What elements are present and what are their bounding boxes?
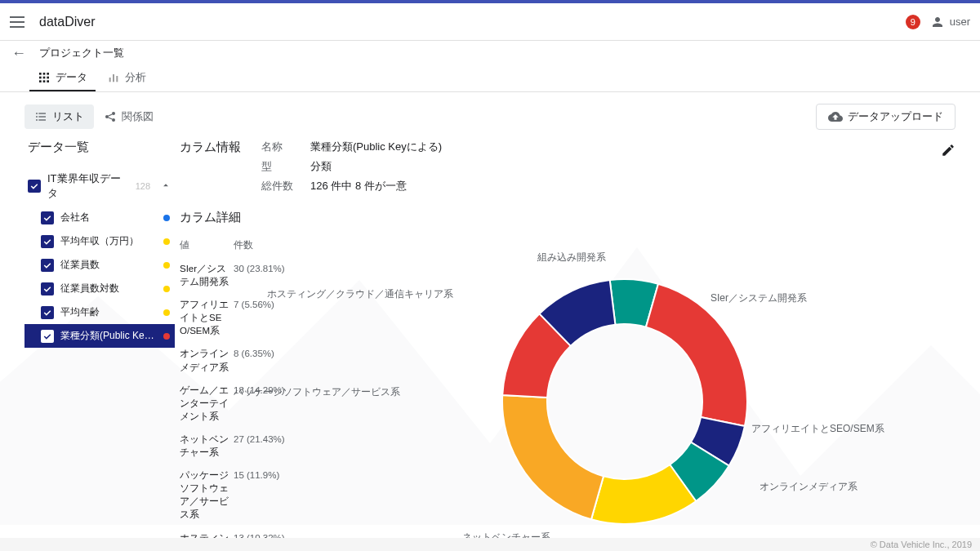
column-name: 業種分類(Public Keyによ... [60, 329, 157, 343]
value-cell: SIer／システム開発系 [180, 262, 234, 288]
list-icon [34, 110, 47, 123]
dataset-count: 128 [136, 181, 150, 191]
column-checkbox[interactable] [41, 235, 54, 248]
upload-label: データアップロード [848, 109, 943, 124]
column-checkbox[interactable] [41, 259, 54, 272]
svg-point-18 [105, 115, 109, 118]
bar-chart-icon [107, 71, 120, 84]
svg-rect-0 [39, 73, 42, 75]
column-item[interactable]: 従業員数 [24, 253, 175, 277]
chart-label: オンラインメディア系 [760, 480, 858, 494]
svg-line-22 [109, 118, 113, 119]
share-icon [104, 110, 117, 123]
tab-data[interactable]: データ [29, 65, 96, 91]
back-arrow-icon[interactable]: ← [11, 45, 26, 62]
svg-rect-10 [113, 74, 114, 82]
chart-label: 組み込み開発系 [537, 251, 606, 264]
column-detail-title: カラム詳細 [180, 210, 956, 225]
view-graph-button[interactable]: 関係図 [94, 104, 163, 129]
cloud-upload-icon [828, 109, 843, 124]
value-row: ネットベンチャー系27 (21.43%) [180, 428, 294, 464]
tab-data-label: データ [56, 70, 87, 85]
column-checkbox[interactable] [41, 306, 54, 319]
value-header: 値 [180, 238, 234, 252]
count-cell: 30 (23.81%) [234, 262, 294, 288]
svg-rect-11 [116, 76, 118, 82]
chart-label: ホスティング／クラウド／通信キャリア系 [267, 287, 453, 301]
type-dot-icon [163, 286, 170, 292]
app-title: dataDiver [39, 15, 95, 29]
count-cell: 8 (6.35%) [234, 347, 294, 373]
value-row: オンラインメディア系8 (6.35%) [180, 342, 294, 378]
value-cell: パッケージソフトウェア／サービス系 [180, 469, 234, 521]
svg-rect-8 [47, 80, 49, 82]
column-name: 従業員数 [60, 258, 157, 272]
column-item[interactable]: 従業員数対数 [24, 277, 175, 300]
value-cell: アフィリエイトとSEO/SEM系 [180, 298, 234, 337]
svg-rect-4 [43, 77, 46, 79]
column-item[interactable]: 業種分類(Public Keyによ... [24, 324, 175, 348]
column-item[interactable]: 平均年齢 [24, 300, 175, 324]
info-total-label: 総件数 [261, 179, 310, 193]
svg-rect-3 [39, 77, 42, 79]
svg-rect-1 [43, 73, 46, 75]
chart-label: アフィリエイトとSEO/SEM系 [751, 422, 884, 436]
info-type-label: 型 [261, 159, 310, 174]
upload-button[interactable]: データアップロード [816, 104, 956, 130]
chevron-up-icon [160, 180, 172, 193]
column-item[interactable]: 会社名 [24, 206, 175, 229]
notification-badge[interactable]: 9 [906, 15, 920, 29]
column-item[interactable]: 平均年収（万円） [24, 229, 175, 253]
svg-rect-15 [38, 116, 46, 117]
column-name: 平均年収（万円） [60, 234, 157, 248]
type-dot-icon [163, 215, 170, 221]
svg-point-20 [112, 118, 115, 122]
svg-rect-16 [36, 119, 38, 120]
column-name: 従業員数対数 [60, 282, 157, 295]
type-dot-icon [163, 333, 170, 340]
svg-rect-5 [47, 77, 49, 79]
tab-analysis-label: 分析 [125, 70, 146, 85]
info-type-value: 分類 [310, 159, 442, 174]
svg-rect-14 [36, 116, 38, 117]
value-cell: ネットベンチャー系 [180, 433, 234, 459]
count-header: 件数 [234, 238, 294, 252]
dataset-name: IT業界年収データ [47, 171, 129, 201]
view-list-label: リスト [52, 109, 84, 124]
user-icon [930, 15, 945, 29]
breadcrumb[interactable]: プロジェクト一覧 [39, 46, 124, 60]
sidebar-title: データ一覧 [24, 140, 175, 155]
svg-rect-12 [36, 113, 38, 113]
svg-rect-17 [38, 119, 46, 120]
info-name-value: 業種分類(Public Keyによる) [310, 140, 442, 154]
column-info-title: カラム情報 [180, 140, 261, 193]
tab-analysis[interactable]: 分析 [99, 65, 154, 91]
count-cell: 27 (21.43%) [234, 433, 294, 459]
type-dot-icon [163, 238, 170, 245]
svg-point-19 [112, 112, 115, 115]
count-cell: 7 (5.56%) [234, 298, 294, 337]
value-cell: オンラインメディア系 [180, 347, 234, 373]
chart-label: パッケージソフトウェア／サービス系 [234, 385, 400, 399]
user-menu[interactable]: user [930, 15, 970, 29]
grid-icon [38, 71, 51, 84]
column-checkbox[interactable] [41, 282, 54, 295]
dataset-checkbox[interactable] [28, 180, 41, 193]
type-dot-icon [163, 309, 170, 316]
column-checkbox[interactable] [41, 330, 54, 343]
user-label: user [950, 16, 970, 28]
value-row: パッケージソフトウェア／サービス系15 (11.9%) [180, 464, 294, 526]
dataset-header[interactable]: IT業界年収データ 128 [24, 167, 175, 206]
menu-icon[interactable] [10, 12, 29, 32]
donut-slice [502, 395, 604, 519]
count-cell: 15 (11.9%) [234, 469, 294, 521]
donut-chart: 組み込み開発系SIer／システム開発系アフィリエイトとSEO/SEM系オンライン… [294, 238, 956, 551]
svg-rect-6 [39, 80, 42, 82]
info-name-label: 名称 [261, 140, 310, 154]
column-name: 平均年齢 [60, 305, 157, 319]
svg-rect-7 [43, 80, 46, 82]
column-name: 会社名 [60, 211, 157, 224]
view-list-button[interactable]: リスト [24, 104, 94, 129]
column-checkbox[interactable] [41, 211, 54, 224]
svg-line-21 [109, 114, 113, 116]
